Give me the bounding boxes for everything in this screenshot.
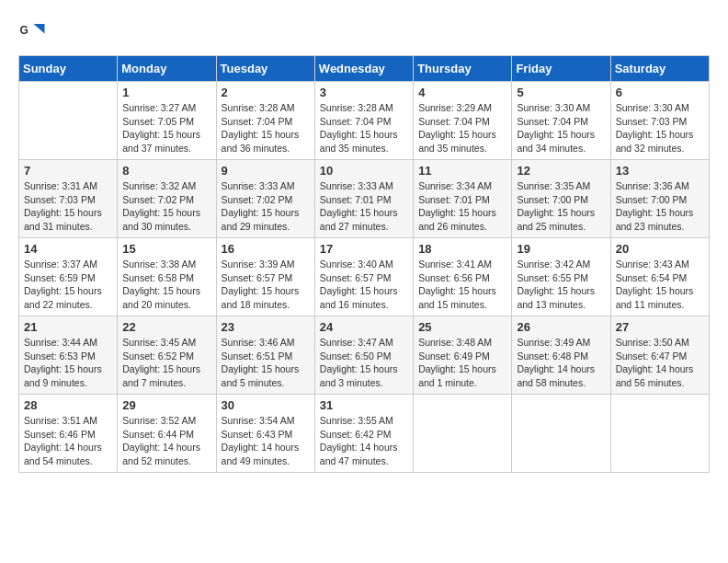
- calendar-cell: 2Sunrise: 3:28 AMSunset: 7:04 PMDaylight…: [216, 82, 314, 160]
- day-number: 21: [24, 320, 112, 334]
- calendar-cell: 22Sunrise: 3:45 AMSunset: 6:52 PMDayligh…: [118, 316, 216, 395]
- day-info: Sunrise: 3:36 AMSunset: 7:00 PMDaylight:…: [616, 179, 704, 234]
- week-row-2: 7Sunrise: 3:31 AMSunset: 7:03 PMDaylight…: [19, 160, 710, 238]
- logo-icon: G: [18, 18, 46, 46]
- svg-text:G: G: [20, 24, 28, 37]
- day-info: Sunrise: 3:39 AMSunset: 6:57 PMDaylight:…: [222, 258, 310, 312]
- calendar-cell: 29Sunrise: 3:52 AMSunset: 6:44 PMDayligh…: [118, 395, 216, 473]
- day-info: Sunrise: 3:40 AMSunset: 6:57 PMDaylight:…: [320, 258, 408, 312]
- day-number: 12: [517, 164, 605, 178]
- calendar-cell: [19, 82, 118, 160]
- calendar-cell: 20Sunrise: 3:43 AMSunset: 6:54 PMDayligh…: [610, 238, 709, 316]
- week-row-4: 21Sunrise: 3:44 AMSunset: 6:53 PMDayligh…: [19, 316, 710, 395]
- day-number: 28: [24, 398, 112, 412]
- calendar-cell: 21Sunrise: 3:44 AMSunset: 6:53 PMDayligh…: [19, 316, 118, 395]
- day-number: 25: [418, 320, 506, 334]
- calendar-cell: 19Sunrise: 3:42 AMSunset: 6:55 PMDayligh…: [512, 238, 610, 316]
- day-header-monday: Monday: [118, 56, 216, 82]
- day-info: Sunrise: 3:42 AMSunset: 6:55 PMDaylight:…: [517, 258, 605, 312]
- logo: G: [18, 18, 50, 46]
- calendar-cell: 30Sunrise: 3:54 AMSunset: 6:43 PMDayligh…: [216, 395, 314, 473]
- day-number: 4: [418, 86, 506, 99]
- calendar-cell: 17Sunrise: 3:40 AMSunset: 6:57 PMDayligh…: [314, 238, 413, 316]
- day-info: Sunrise: 3:52 AMSunset: 6:44 PMDaylight:…: [122, 414, 210, 468]
- calendar-cell: 8Sunrise: 3:32 AMSunset: 7:02 PMDaylight…: [118, 160, 216, 238]
- day-number: 18: [418, 242, 506, 256]
- day-header-friday: Friday: [512, 56, 610, 82]
- calendar-cell: 7Sunrise: 3:31 AMSunset: 7:03 PMDaylight…: [19, 160, 118, 238]
- day-number: 5: [517, 86, 605, 99]
- day-number: 1: [122, 86, 210, 99]
- day-info: Sunrise: 3:30 AMSunset: 7:04 PMDaylight:…: [517, 101, 605, 155]
- day-header-thursday: Thursday: [414, 56, 512, 82]
- calendar-table: SundayMondayTuesdayWednesdayThursdayFrid…: [18, 55, 710, 473]
- day-number: 8: [122, 164, 210, 178]
- day-info: Sunrise: 3:48 AMSunset: 6:49 PMDaylight:…: [418, 336, 506, 390]
- day-info: Sunrise: 3:45 AMSunset: 6:52 PMDaylight:…: [122, 336, 210, 390]
- day-header-saturday: Saturday: [610, 56, 709, 82]
- calendar-cell: 4Sunrise: 3:29 AMSunset: 7:04 PMDaylight…: [414, 82, 512, 160]
- day-info: Sunrise: 3:32 AMSunset: 7:02 PMDaylight:…: [122, 179, 210, 234]
- day-number: 29: [122, 398, 210, 412]
- day-info: Sunrise: 3:33 AMSunset: 7:02 PMDaylight:…: [222, 179, 310, 234]
- calendar-cell: 9Sunrise: 3:33 AMSunset: 7:02 PMDaylight…: [216, 160, 314, 238]
- calendar-cell: 24Sunrise: 3:47 AMSunset: 6:50 PMDayligh…: [314, 316, 413, 395]
- day-info: Sunrise: 3:51 AMSunset: 6:46 PMDaylight:…: [24, 414, 112, 468]
- calendar-cell: 10Sunrise: 3:33 AMSunset: 7:01 PMDayligh…: [314, 160, 413, 238]
- calendar-cell: 16Sunrise: 3:39 AMSunset: 6:57 PMDayligh…: [216, 238, 314, 316]
- day-number: 19: [517, 242, 605, 256]
- calendar-cell: 25Sunrise: 3:48 AMSunset: 6:49 PMDayligh…: [414, 316, 512, 395]
- calendar-cell: 31Sunrise: 3:55 AMSunset: 6:42 PMDayligh…: [314, 395, 413, 473]
- day-info: Sunrise: 3:47 AMSunset: 6:50 PMDaylight:…: [320, 336, 408, 390]
- calendar-cell: [610, 395, 709, 473]
- day-number: 31: [320, 398, 408, 412]
- day-info: Sunrise: 3:38 AMSunset: 6:58 PMDaylight:…: [122, 258, 210, 312]
- day-header-wednesday: Wednesday: [314, 56, 413, 82]
- day-number: 6: [616, 86, 704, 99]
- day-info: Sunrise: 3:54 AMSunset: 6:43 PMDaylight:…: [222, 414, 310, 468]
- day-number: 13: [616, 164, 704, 178]
- day-info: Sunrise: 3:35 AMSunset: 7:00 PMDaylight:…: [517, 179, 605, 234]
- calendar-cell: [512, 395, 610, 473]
- day-number: 7: [24, 164, 112, 178]
- day-number: 16: [222, 242, 310, 256]
- day-number: 30: [222, 398, 310, 412]
- day-info: Sunrise: 3:50 AMSunset: 6:47 PMDaylight:…: [616, 336, 704, 390]
- calendar-cell: 6Sunrise: 3:30 AMSunset: 7:03 PMDaylight…: [610, 82, 709, 160]
- day-number: 27: [616, 320, 704, 334]
- day-number: 22: [122, 320, 210, 334]
- day-number: 20: [616, 242, 704, 256]
- calendar-cell: 14Sunrise: 3:37 AMSunset: 6:59 PMDayligh…: [19, 238, 118, 316]
- svg-marker-1: [34, 24, 45, 34]
- calendar-cell: 28Sunrise: 3:51 AMSunset: 6:46 PMDayligh…: [19, 395, 118, 473]
- day-number: 11: [418, 164, 506, 178]
- day-info: Sunrise: 3:49 AMSunset: 6:48 PMDaylight:…: [517, 336, 605, 390]
- day-number: 23: [222, 320, 310, 334]
- calendar-cell: 23Sunrise: 3:46 AMSunset: 6:51 PMDayligh…: [216, 316, 314, 395]
- day-number: 10: [320, 164, 408, 178]
- day-info: Sunrise: 3:37 AMSunset: 6:59 PMDaylight:…: [24, 258, 112, 312]
- day-info: Sunrise: 3:28 AMSunset: 7:04 PMDaylight:…: [222, 101, 310, 155]
- week-row-1: 1Sunrise: 3:27 AMSunset: 7:05 PMDaylight…: [19, 82, 710, 160]
- day-number: 26: [517, 320, 605, 334]
- calendar-cell: 13Sunrise: 3:36 AMSunset: 7:00 PMDayligh…: [610, 160, 709, 238]
- day-header-tuesday: Tuesday: [216, 56, 314, 82]
- calendar-cell: 3Sunrise: 3:28 AMSunset: 7:04 PMDaylight…: [314, 82, 413, 160]
- calendar-cell: 15Sunrise: 3:38 AMSunset: 6:58 PMDayligh…: [118, 238, 216, 316]
- calendar-cell: 1Sunrise: 3:27 AMSunset: 7:05 PMDaylight…: [118, 82, 216, 160]
- day-info: Sunrise: 3:44 AMSunset: 6:53 PMDaylight:…: [24, 336, 112, 390]
- day-info: Sunrise: 3:31 AMSunset: 7:03 PMDaylight:…: [24, 179, 112, 234]
- day-info: Sunrise: 3:41 AMSunset: 6:56 PMDaylight:…: [418, 258, 506, 312]
- day-info: Sunrise: 3:34 AMSunset: 7:01 PMDaylight:…: [418, 179, 506, 234]
- day-number: 15: [122, 242, 210, 256]
- calendar-cell: 18Sunrise: 3:41 AMSunset: 6:56 PMDayligh…: [414, 238, 512, 316]
- calendar-cell: 11Sunrise: 3:34 AMSunset: 7:01 PMDayligh…: [414, 160, 512, 238]
- day-info: Sunrise: 3:33 AMSunset: 7:01 PMDaylight:…: [320, 179, 408, 234]
- week-row-3: 14Sunrise: 3:37 AMSunset: 6:59 PMDayligh…: [19, 238, 710, 316]
- day-number: 3: [320, 86, 408, 99]
- calendar-cell: [414, 395, 512, 473]
- calendar-cell: 5Sunrise: 3:30 AMSunset: 7:04 PMDaylight…: [512, 82, 610, 160]
- day-number: 24: [320, 320, 408, 334]
- day-number: 2: [222, 86, 310, 99]
- day-info: Sunrise: 3:46 AMSunset: 6:51 PMDaylight:…: [222, 336, 310, 390]
